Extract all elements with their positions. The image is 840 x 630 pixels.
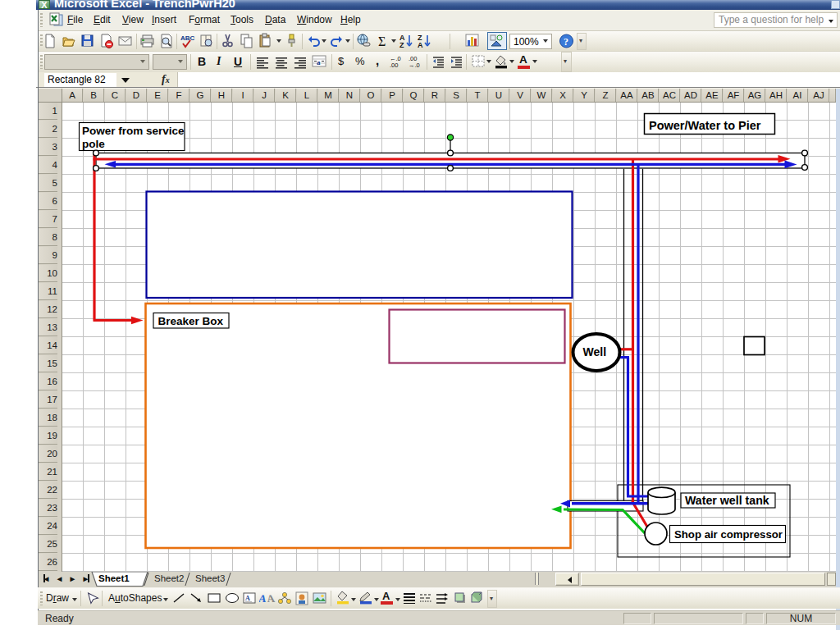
svg-text:Breaker Box: Breaker Box <box>158 315 224 327</box>
svg-text:Shop air compressor: Shop air compressor <box>674 528 783 541</box>
svg-text:Power from service: Power from service <box>82 125 185 137</box>
svg-text:Power/Water to Pier: Power/Water to Pier <box>649 119 761 132</box>
svg-text:Water well tank: Water well tank <box>685 494 769 507</box>
svg-text:Well: Well <box>583 345 607 358</box>
svg-text:pole: pole <box>82 138 105 150</box>
